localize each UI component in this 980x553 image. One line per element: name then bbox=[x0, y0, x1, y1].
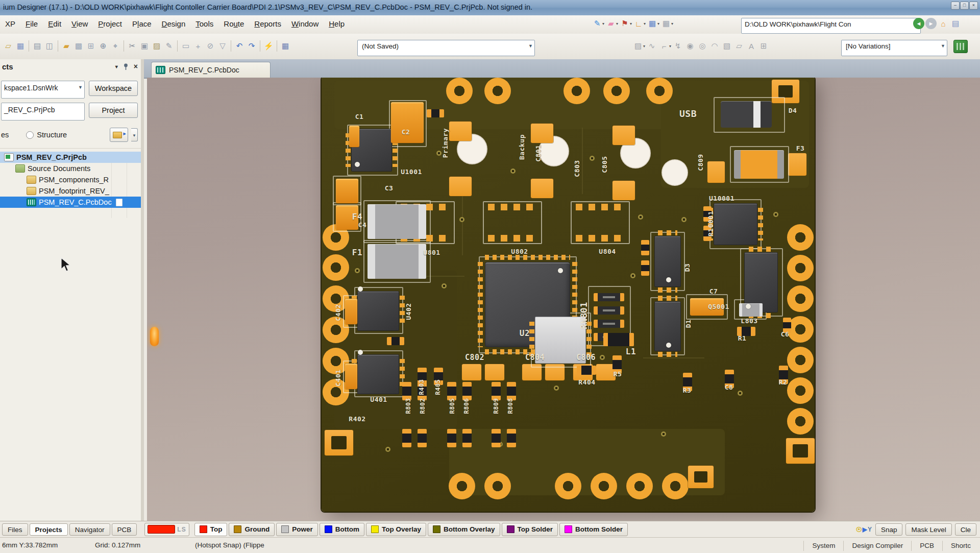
pcb-component-capacitor[interactable] bbox=[336, 179, 358, 203]
pcb-component-diode[interactable] bbox=[721, 101, 772, 128]
silkscreen-label[interactable]: R405 bbox=[434, 379, 442, 395]
silkscreen-label[interactable]: R1 bbox=[738, 334, 747, 342]
open-icon[interactable]: ▱ bbox=[2, 40, 14, 52]
pcb-via[interactable] bbox=[661, 431, 666, 437]
flag-icon[interactable]: ⚑ bbox=[619, 17, 631, 30]
pcb-3d-icon[interactable] bbox=[953, 40, 968, 53]
paste-icon[interactable]: ▨ bbox=[151, 40, 163, 52]
format-painter-icon[interactable]: ✎ bbox=[163, 40, 175, 52]
project-combo[interactable]: _REV_C.PrjPcb bbox=[1, 103, 85, 121]
jump-icon[interactable]: ▶ bbox=[863, 526, 867, 533]
pcb-drill-hole[interactable] bbox=[662, 159, 688, 186]
silkscreen-label[interactable]: F3 bbox=[796, 145, 805, 152]
silkscreen-label[interactable]: RN801 bbox=[579, 302, 589, 329]
pcb-smd-pad[interactable] bbox=[485, 364, 504, 380]
chevron-down-icon[interactable]: ▾ bbox=[115, 64, 118, 69]
status-panel-design-compiler[interactable]: Design Compiler bbox=[843, 541, 911, 551]
pcb-chip-component[interactable] bbox=[603, 333, 634, 346]
pin-icon[interactable] bbox=[123, 63, 129, 70]
pcb-component-ic[interactable] bbox=[357, 354, 399, 394]
pcb-via[interactable] bbox=[738, 391, 743, 396]
pcb-through-hole-pad[interactable] bbox=[591, 473, 617, 499]
silkscreen-label[interactable]: R803 bbox=[405, 398, 412, 414]
silkscreen-label[interactable]: L803 bbox=[741, 317, 757, 325]
array-icon[interactable]: ⊞ bbox=[757, 40, 770, 52]
pcb-smd-pad[interactable] bbox=[531, 124, 553, 143]
silkscreen-label[interactable]: D3 bbox=[683, 263, 691, 272]
menu-item-xp[interactable]: XP bbox=[0, 15, 20, 34]
print-preview-icon[interactable]: ◫ bbox=[43, 40, 56, 52]
pcb-component-capacitor[interactable] bbox=[345, 364, 357, 389]
menu-item-project[interactable]: Project bbox=[93, 15, 127, 34]
workspace-button[interactable]: Workspace bbox=[89, 81, 138, 96]
snap-dots-icon[interactable]: ⦿ bbox=[856, 526, 862, 533]
chevron-down-icon[interactable]: ▾ bbox=[644, 21, 646, 26]
tree-item-psm_components_r[interactable]: PSM_components_R bbox=[0, 174, 141, 185]
tree-item-source documents[interactable]: Source Documents bbox=[0, 163, 141, 174]
forward-icon[interactable]: ► bbox=[925, 18, 937, 29]
diff-pair-icon[interactable]: ↯ bbox=[672, 40, 684, 52]
pcb-chip-component[interactable] bbox=[427, 109, 444, 117]
pcb-smd-pad[interactable] bbox=[531, 179, 553, 198]
silkscreen-label[interactable]: C7 bbox=[709, 287, 718, 295]
silkscreen-label[interactable]: R808 bbox=[507, 398, 514, 414]
layer-tab-power[interactable]: Power bbox=[276, 523, 318, 536]
pcb-square-pad[interactable] bbox=[786, 438, 815, 464]
silkscreen-label[interactable]: C401 bbox=[334, 369, 342, 386]
silkscreen-label[interactable]: U10001 bbox=[709, 195, 734, 202]
silkscreen-label[interactable]: Backup bbox=[518, 134, 526, 160]
pcb-via[interactable] bbox=[385, 447, 390, 452]
silkscreen-label[interactable]: C802 bbox=[465, 353, 484, 362]
silkscreen-label[interactable]: F1 bbox=[352, 248, 362, 257]
pcb-3d-viewport[interactable]: C1C2U1001C3C4PrimaryBackupC801C803C805C8… bbox=[147, 78, 980, 521]
move-icon[interactable]: + bbox=[192, 40, 204, 52]
chevron-down-icon[interactable]: ▾ bbox=[657, 21, 659, 26]
folder-icon[interactable]: ▰ bbox=[60, 40, 72, 52]
pcb-component-capacitor[interactable] bbox=[391, 102, 424, 143]
layer-tab-bottom-solder[interactable]: Bottom Solder bbox=[559, 523, 628, 536]
silkscreen-label[interactable]: Q5001 bbox=[708, 303, 729, 310]
pcb-square-pad[interactable] bbox=[325, 430, 353, 455]
silkscreen-label[interactable]: R806 bbox=[463, 398, 470, 414]
menu-item-edit[interactable]: Edit bbox=[43, 15, 66, 34]
pcb-component-ic[interactable] bbox=[357, 291, 399, 331]
pcb-component-fuse[interactable] bbox=[734, 150, 784, 179]
pcb-through-hole-pad[interactable] bbox=[787, 285, 814, 312]
chevron-down-icon[interactable]: ▼ bbox=[131, 128, 138, 141]
project-button[interactable]: Project bbox=[89, 103, 138, 118]
open-project-folder-button[interactable] bbox=[110, 128, 128, 142]
layer-tab-top[interactable]: Top bbox=[194, 523, 228, 536]
pcb-through-hole-pad[interactable] bbox=[603, 78, 630, 104]
silkscreen-label[interactable]: R805 bbox=[449, 398, 456, 414]
pcb-via[interactable] bbox=[638, 214, 643, 220]
tile-windows-icon[interactable]: ⊞ bbox=[85, 40, 97, 52]
menu-item-reports[interactable]: Reports bbox=[249, 15, 286, 34]
pcb-chip-component[interactable] bbox=[402, 429, 411, 447]
grid-gray-icon[interactable]: ▦ bbox=[660, 17, 672, 30]
status-panel-shortc[interactable]: Shortc bbox=[942, 541, 979, 551]
clear-select-icon[interactable]: ⊘ bbox=[204, 40, 216, 52]
silkscreen-label[interactable]: D1 bbox=[684, 320, 692, 328]
arc-icon[interactable]: ◠ bbox=[708, 40, 721, 52]
silkscreen-label[interactable]: C1 bbox=[355, 113, 364, 121]
home-icon[interactable]: ⌂ bbox=[937, 17, 949, 30]
chevron-down-icon[interactable]: ▾ bbox=[643, 44, 645, 49]
pcb-smd-pad[interactable] bbox=[612, 181, 635, 200]
cascade-windows-icon[interactable]: ▩ bbox=[72, 40, 85, 52]
silkscreen-label[interactable]: U804 bbox=[599, 248, 616, 255]
copy-icon[interactable]: ▣ bbox=[138, 40, 151, 52]
snap-button[interactable]: Snap bbox=[875, 523, 903, 536]
pcb-through-hole-pad[interactable] bbox=[787, 408, 814, 435]
pcb-component-capacitor[interactable] bbox=[345, 299, 357, 324]
silkscreen-label[interactable]: R404 bbox=[578, 378, 595, 386]
pcb-through-hole-pad[interactable] bbox=[555, 473, 581, 499]
chevron-down-icon[interactable]: ▼ bbox=[528, 43, 533, 49]
layer-tab-bottom[interactable]: Bottom bbox=[320, 523, 364, 536]
silkscreen-label[interactable]: D4 bbox=[789, 107, 797, 114]
chevron-down-icon[interactable]: ▾ bbox=[669, 44, 671, 49]
maximize-button[interactable]: □ bbox=[960, 2, 969, 10]
grid-blue-icon[interactable]: ▦ bbox=[646, 17, 658, 30]
zoom-icon[interactable]: ⊕ bbox=[97, 40, 109, 52]
pcb-smd-pad[interactable] bbox=[462, 364, 481, 380]
chevron-down-icon[interactable]: ▼ bbox=[78, 85, 83, 90]
